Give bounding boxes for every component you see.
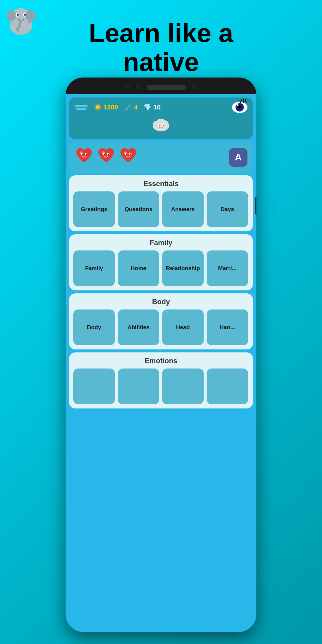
item-body[interactable]: Body	[73, 309, 115, 345]
item-emotion-4[interactable]	[207, 369, 248, 404]
item-answers[interactable]: Answers	[162, 191, 204, 227]
sun-icon: ☀️	[94, 103, 102, 111]
item-questions[interactable]: Questions	[118, 191, 159, 227]
item-family[interactable]: Family	[73, 250, 115, 286]
heart-3	[119, 146, 138, 169]
svg-point-31	[130, 154, 131, 155]
nav-arrows-icon[interactable]	[75, 105, 88, 110]
item-home[interactable]: Home	[118, 250, 159, 286]
keys-value: 4	[134, 103, 137, 111]
item-relationship[interactable]: Relationship	[162, 250, 204, 286]
item-greetings[interactable]: Greetings	[73, 191, 115, 227]
body-items: Body Abilities Head Han...	[73, 309, 249, 345]
emotions-title: Emotions	[73, 357, 249, 365]
coins-stats: ☀️ 1200	[94, 103, 118, 111]
svg-point-19	[82, 154, 83, 155]
notch-speaker	[147, 85, 186, 90]
section-essentials: Essentials Greetings Questions Answers D…	[69, 175, 253, 231]
side-button	[255, 197, 256, 215]
family-title: Family	[73, 239, 249, 247]
eye-icon[interactable]	[232, 102, 247, 113]
essentials-title: Essentials	[73, 179, 249, 188]
svg-point-12	[156, 119, 166, 126]
notch-camera-right	[136, 85, 141, 90]
svg-point-29	[126, 154, 127, 155]
eyelash-2	[243, 99, 244, 103]
cloud-mascot-row	[75, 115, 247, 135]
item-head[interactable]: Head	[162, 309, 204, 345]
notch-camera-extra	[192, 85, 196, 90]
item-days[interactable]: Days	[207, 191, 248, 227]
heart-1	[75, 146, 94, 169]
section-family: Family Family Home Relationship Marri...	[69, 234, 253, 290]
item-marriage[interactable]: Marri...	[207, 250, 248, 286]
item-abilities[interactable]: Abilities	[118, 309, 159, 345]
app-header: ☀️ 1200 🗝️ 4 💎 10	[69, 97, 253, 139]
phone-frame: ☀️ 1200 🗝️ 4 💎 10	[66, 78, 256, 632]
svg-point-14	[159, 125, 160, 126]
section-emotions: Emotions	[69, 352, 253, 408]
vocab-button[interactable]: A	[229, 148, 247, 167]
essentials-items: Greetings Questions Answers Days	[73, 191, 249, 227]
cloud-mascot	[151, 115, 171, 135]
family-items: Family Home Relationship Marri...	[73, 250, 249, 286]
coins-value: 1200	[103, 103, 118, 111]
svg-point-21	[86, 154, 87, 155]
scroll-content: Essentials Greetings Questions Answers D…	[66, 175, 256, 632]
gem-icon: 💎	[143, 103, 151, 111]
hearts-row: A	[69, 142, 253, 173]
section-body: Body Body Abilities Head Han...	[69, 293, 253, 349]
item-emotion-1[interactable]	[73, 369, 115, 404]
phone-screen: ☀️ 1200 🗝️ 4 💎 10	[66, 94, 256, 632]
emotions-items	[73, 369, 249, 404]
key-icon: 🗝️	[124, 103, 132, 111]
gems-stats: 💎 10	[143, 103, 160, 111]
heart-2	[97, 146, 116, 169]
item-emotion-3[interactable]	[162, 369, 204, 404]
header-area: Learn like a native	[0, 0, 322, 80]
phone-notch	[66, 78, 256, 94]
svg-point-26	[108, 154, 109, 155]
notch-camera-left	[126, 85, 130, 90]
eyelash-1	[245, 99, 247, 103]
body-title: Body	[73, 298, 249, 306]
svg-point-16	[163, 125, 164, 126]
page-title: Learn like a native	[12, 10, 310, 77]
item-emotion-2[interactable]	[118, 369, 159, 404]
item-hands[interactable]: Han...	[207, 309, 248, 345]
keys-stats: 🗝️ 4	[124, 103, 137, 111]
svg-point-24	[104, 154, 105, 155]
gems-value: 10	[153, 103, 160, 111]
